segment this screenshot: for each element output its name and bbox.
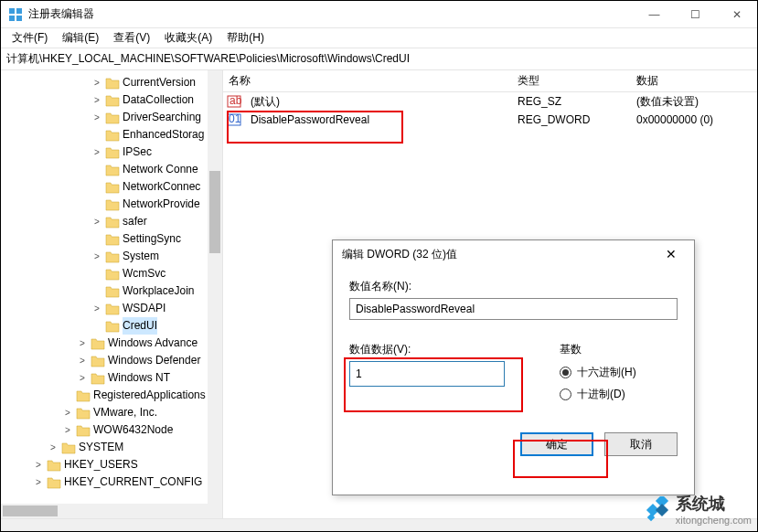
tree-item[interactable]: WcmSvc: [1, 265, 222, 282]
expand-icon[interactable]: >: [77, 352, 88, 369]
cell-data: (数值未设置): [631, 94, 757, 110]
tree-item-label: VMware, Inc.: [93, 404, 157, 421]
tree-item[interactable]: >WSDAPI: [1, 300, 222, 317]
expand-icon[interactable]: >: [91, 144, 102, 161]
expand-icon[interactable]: >: [33, 456, 44, 473]
close-button[interactable]: ✕: [716, 1, 757, 27]
tree-item[interactable]: >CurrentVersion: [1, 74, 222, 91]
expand-icon[interactable]: >: [91, 91, 102, 109]
list-row[interactable]: ab(默认)REG_SZ(数值未设置): [223, 92, 757, 111]
list-row[interactable]: 011DisablePasswordRevealREG_DWORD0x00000…: [223, 111, 757, 129]
folder-icon: [105, 303, 120, 315]
tree-item-label: SettingSync: [123, 230, 181, 248]
tree-item-label: HKEY_CURRENT_CONFIG: [64, 473, 202, 491]
tree-item[interactable]: RegisteredApplications: [1, 387, 222, 404]
tree-item-label: WSDAPI: [123, 300, 165, 317]
addressbar[interactable]: 计算机\HKEY_LOCAL_MACHINE\SOFTWARE\Policies…: [1, 48, 757, 70]
value-name-field[interactable]: [349, 298, 678, 320]
tree-item[interactable]: EnhancedStorag: [1, 126, 222, 144]
dialog-title: 编辑 DWORD (32 位)值: [342, 247, 657, 262]
col-data[interactable]: 数据: [631, 73, 757, 89]
expand-icon[interactable]: >: [62, 404, 73, 421]
tree-item[interactable]: >IPSec: [1, 144, 222, 161]
tree-item-label: CredUI: [123, 317, 157, 335]
svg-text:ab: ab: [230, 94, 241, 107]
expand-icon[interactable]: >: [33, 473, 44, 491]
folder-icon: [105, 129, 120, 142]
tree-item[interactable]: >HKEY_USERS: [1, 456, 222, 473]
value-data-label: 数值数据(V):: [349, 342, 523, 357]
expand-icon[interactable]: >: [62, 421, 73, 439]
expand-icon[interactable]: >: [91, 300, 102, 317]
tree-item[interactable]: WorkplaceJoin: [1, 282, 222, 300]
tree-item[interactable]: >Windows NT: [1, 369, 222, 387]
radio-hex[interactable]: 十六进制(H): [560, 361, 636, 383]
tree-item-label: WOW6432Node: [93, 421, 173, 439]
tree-scrollbar-vertical[interactable]: [208, 70, 222, 518]
folder-icon: [105, 285, 120, 298]
tree-item-label: safer: [123, 213, 147, 230]
folder-icon: [61, 442, 76, 454]
app-icon: [8, 7, 23, 22]
col-name[interactable]: 名称: [223, 73, 512, 89]
list-header: 名称 类型 数据: [223, 70, 757, 92]
tree-item-label: IPSec: [123, 144, 152, 161]
tree-item-label: Windows Defender: [108, 352, 200, 369]
tree-item[interactable]: >System: [1, 248, 222, 265]
value-data-field[interactable]: [349, 361, 505, 387]
tree-item[interactable]: >Windows Advance: [1, 335, 222, 352]
folder-icon: [105, 250, 120, 263]
expand-icon[interactable]: >: [91, 74, 102, 91]
expand-icon[interactable]: >: [48, 439, 59, 456]
tree-item[interactable]: >HKEY_CURRENT_CONFIG: [1, 473, 222, 491]
base-label: 基数: [560, 342, 636, 357]
tree-item[interactable]: CredUI: [1, 317, 222, 335]
expand-icon[interactable]: >: [77, 369, 88, 387]
tree-item[interactable]: SettingSync: [1, 230, 222, 248]
menu-edit[interactable]: 编辑(E): [55, 28, 106, 48]
svg-rect-10: [656, 504, 668, 516]
cell-name: DisablePasswordReveal: [245, 113, 512, 126]
menu-file[interactable]: 文件(F): [5, 28, 55, 48]
tree-scrollbar-horizontal[interactable]: [1, 504, 222, 518]
svg-rect-0: [9, 8, 15, 14]
window-title: 注册表编辑器: [28, 6, 634, 22]
tree-item[interactable]: >DriverSearching: [1, 109, 222, 126]
tree-item[interactable]: NetworkProvide: [1, 196, 222, 213]
tree-item[interactable]: NetworkConnec: [1, 178, 222, 196]
dialog-titlebar[interactable]: 编辑 DWORD (32 位)值 ✕: [333, 240, 694, 268]
tree-item-label: WcmSvc: [123, 265, 165, 282]
tree-item[interactable]: Network Conne: [1, 161, 222, 178]
folder-icon: [91, 355, 105, 367]
dialog-close-icon[interactable]: ✕: [657, 247, 685, 261]
cell-type: REG_DWORD: [512, 113, 631, 126]
cancel-button[interactable]: 取消: [604, 432, 678, 456]
menu-view[interactable]: 查看(V): [106, 28, 157, 48]
svg-text:011: 011: [229, 112, 241, 125]
expand-icon[interactable]: >: [91, 213, 102, 230]
tree-item-label: NetworkProvide: [123, 196, 200, 213]
menu-help[interactable]: 帮助(H): [219, 28, 272, 48]
ok-button[interactable]: 确定: [520, 432, 593, 456]
tree-item[interactable]: >VMware, Inc.: [1, 404, 222, 421]
expand-icon[interactable]: >: [91, 248, 102, 265]
tree-item[interactable]: >WOW6432Node: [1, 421, 222, 439]
folder-icon: [91, 372, 105, 385]
menu-fav[interactable]: 收藏夹(A): [157, 28, 219, 48]
watermark-logo-icon: [645, 496, 670, 522]
expand-icon[interactable]: >: [91, 109, 102, 126]
tree-root[interactable]: >CurrentVersion>DataCollection>DriverSea…: [1, 74, 222, 491]
expand-icon[interactable]: >: [77, 335, 88, 352]
tree-item[interactable]: >Windows Defender: [1, 352, 222, 369]
tree-item-label: Network Conne: [123, 161, 198, 178]
folder-icon: [76, 424, 91, 437]
tree-item[interactable]: >safer: [1, 213, 222, 230]
tree-item-label: Windows Advance: [108, 335, 198, 352]
radio-dec[interactable]: 十进制(D): [560, 383, 636, 405]
minimize-button[interactable]: —: [634, 1, 675, 27]
col-type[interactable]: 类型: [512, 73, 631, 89]
tree-item[interactable]: >SYSTEM: [1, 439, 222, 456]
maximize-button[interactable]: ☐: [675, 1, 716, 27]
dword-value-icon: 011: [227, 112, 241, 127]
tree-item[interactable]: >DataCollection: [1, 91, 222, 109]
